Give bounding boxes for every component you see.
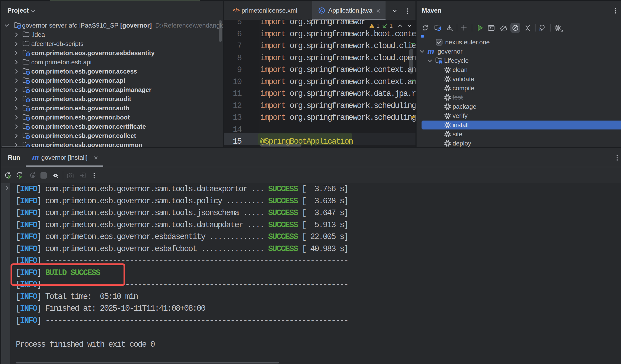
svg-text:C: C <box>320 8 323 13</box>
